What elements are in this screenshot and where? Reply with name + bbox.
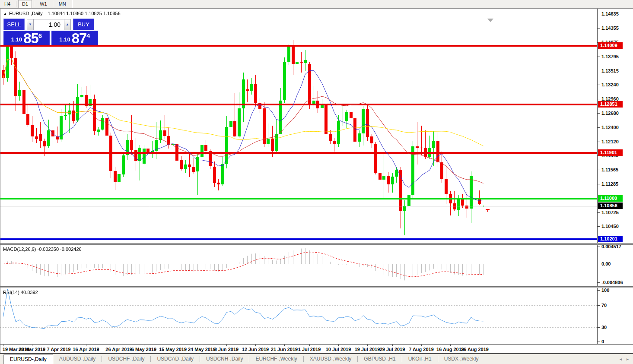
- chart-tab-eurchf-weekly[interactable]: EURCHF-,Weekly: [249, 355, 303, 364]
- price-axis-tick: 1.11285: [601, 181, 618, 187]
- toolbar-separator: [34, 1, 34, 7]
- chart-tab-usdx-weekly[interactable]: USDX-,Weekly: [438, 355, 485, 364]
- toolbar-separator: [72, 0, 72, 8]
- window-left-border: [0, 9, 0, 353]
- time-axis-label: 16 Apr 2019: [70, 347, 102, 352]
- chart-tab-bar: EURUSD-,DailyAUDUSD-,DailyUSDCHF-,DailyU…: [0, 353, 633, 364]
- bid-price-box[interactable]: 1.10 85 6: [3, 31, 50, 45]
- bid-price-prefix: 1.10: [11, 36, 22, 43]
- timeframe-button-h4[interactable]: H4: [0, 0, 14, 8]
- price-axis-tick: 1.11565: [601, 167, 618, 173]
- macd-label: MACD(12,26,9) -0.002350 -0.002426: [3, 247, 82, 252]
- price-line-label: 1.11901: [598, 149, 623, 156]
- chart-tab-usdcnh-daily[interactable]: USDCNH-,Daily: [200, 355, 249, 364]
- time-axis-tick: [202, 345, 202, 346]
- time-axis-label: 3 Jun 2019: [211, 347, 242, 352]
- price-axis-tick: 1.12400: [601, 124, 619, 130]
- chart-tab-eurusd-daily[interactable]: EURUSD-,Daily: [3, 355, 53, 364]
- rsi-axis-tick: 0: [601, 339, 604, 345]
- price-axis-tick: 1.10725: [601, 209, 619, 215]
- timeframe-button-d1[interactable]: D1: [18, 0, 32, 8]
- time-axis-tick: [119, 345, 119, 346]
- chart-tab-audusd-daily[interactable]: AUDUSD-,Daily: [53, 355, 102, 364]
- timeframe-toolbar: H4D1W1MN: [0, 0, 633, 9]
- price-scale-axis: 1.146351.143551.140751.137951.135151.132…: [597, 9, 633, 344]
- price-axis-tick: 1.14355: [601, 25, 619, 31]
- trading-terminal-window: H4D1W1MN ▲EURUSD-,Daily1.10844 1.10860 1…: [0, 0, 633, 364]
- rsi-label: RSI(14) 40.8392: [3, 290, 38, 295]
- chart-ohlc-values: 1.10844 1.10860 1.10825 1.10856: [48, 11, 121, 16]
- price-line-label: 1.11000: [598, 195, 623, 202]
- time-axis-label: 10 Jul 2019: [323, 347, 354, 352]
- time-axis-tick: [144, 345, 144, 346]
- time-axis-label: 29 Jul 2019: [377, 347, 408, 352]
- chart-tab-gbpusd-h1[interactable]: GBPUSD-,H1: [358, 355, 401, 364]
- chart-tab-usdchf-daily[interactable]: USDCHF-,Daily: [102, 355, 150, 364]
- spinner-up-icon: ▲: [66, 22, 69, 26]
- chart-shift-marker-icon: [487, 19, 493, 22]
- current-price-label: 1.10856: [598, 203, 623, 209]
- price-line-label: 1.12851: [598, 101, 623, 108]
- volume-increase-button[interactable]: ▲: [64, 19, 71, 30]
- toolbar-separator: [53, 1, 53, 7]
- spinner-down-icon: ▼: [29, 22, 32, 26]
- time-axis-tick: [392, 345, 393, 346]
- rsi-canvas: [0, 288, 597, 344]
- rsi-axis-tick: 70: [601, 302, 607, 308]
- price-axis-tick: 1.12120: [601, 139, 619, 145]
- bid-price-big: 85: [23, 31, 38, 45]
- time-axis-tick: [450, 345, 451, 346]
- price-axis-tick: 1.12680: [601, 110, 619, 116]
- tab-scroll-right-icon[interactable]: ▸: [627, 357, 629, 361]
- volume-decrease-button[interactable]: ▼: [27, 19, 34, 30]
- time-axis-tick: [309, 345, 310, 346]
- macd-canvas: [0, 245, 597, 286]
- rsi-axis-tick: 30: [601, 324, 607, 330]
- time-axis-label: 26 Aug 2019: [459, 347, 490, 352]
- buy-button[interactable]: BUY: [73, 19, 94, 30]
- time-axis-tick: [475, 345, 475, 346]
- chart-tab-ukoil-h1[interactable]: UKOil-,H1: [402, 355, 438, 364]
- macd-axis-tick: -0.004806: [601, 279, 623, 285]
- rsi-indicator-pane: RSI(14) 40.8392: [0, 288, 597, 344]
- time-axis-tick: [3, 345, 3, 346]
- price-macd-divider[interactable]: [0, 243, 633, 245]
- toolbar-separator: [16, 1, 16, 7]
- time-axis-tick: [59, 345, 59, 346]
- time-axis-label: 1 Jul 2019: [294, 347, 325, 352]
- macd-indicator-pane: MACD(12,26,9) -0.002350 -0.002426: [0, 245, 597, 286]
- volume-input[interactable]: 1.00: [34, 19, 64, 30]
- timeframe-button-mn[interactable]: MN: [55, 0, 70, 8]
- time-axis-label: 15 May 2019: [157, 347, 188, 352]
- macd-axis-tick: 0.00: [601, 261, 611, 267]
- time-axis-label: 7 Aug 2019: [406, 347, 437, 352]
- price-axis-tick: 1.13515: [601, 68, 619, 74]
- time-axis-tick: [32, 345, 32, 346]
- ask-price-big: 87: [72, 31, 87, 45]
- price-line-label: 1.14009: [598, 42, 623, 49]
- ask-price-box[interactable]: 1.10 87 4: [51, 31, 98, 45]
- macd-rsi-divider[interactable]: [0, 286, 633, 288]
- time-axis-tick: [173, 345, 173, 346]
- ask-price-sup: 4: [86, 32, 90, 45]
- time-axis-tick: [255, 345, 256, 346]
- time-axis-tick: [86, 345, 86, 346]
- price-axis-tick: 1.10450: [601, 223, 619, 229]
- price-chart-pane: ▲EURUSD-,Daily1.10844 1.10860 1.10825 1.…: [0, 9, 597, 243]
- trade-panel-collapse-icon[interactable]: ▲: [3, 12, 7, 16]
- price-axis-tick: 1.13240: [601, 82, 619, 88]
- price-axis-tick: 1.14635: [601, 11, 619, 17]
- price-line-label: 1.10201: [598, 236, 623, 242]
- chart-header: ▲EURUSD-,Daily1.10844 1.10860 1.10825 1.…: [3, 11, 121, 16]
- time-axis-tick: [338, 345, 339, 346]
- sell-button[interactable]: SELL: [3, 19, 25, 30]
- ask-price-prefix: 1.10: [59, 36, 70, 43]
- time-axis-tick: [284, 345, 285, 346]
- tab-scroll-left-icon[interactable]: ◂: [620, 357, 622, 361]
- rsi-axis-tick: 100: [601, 287, 609, 293]
- chart-tab-xauusd-weekly[interactable]: XAUUSD-,Weekly: [304, 355, 357, 364]
- timeframe-button-w1[interactable]: W1: [36, 0, 51, 8]
- price-axis-tick: 1.13795: [601, 54, 619, 60]
- chart-tab-usdcad-daily[interactable]: USDCAD-,Daily: [151, 355, 200, 364]
- time-axis-tick: [226, 345, 227, 346]
